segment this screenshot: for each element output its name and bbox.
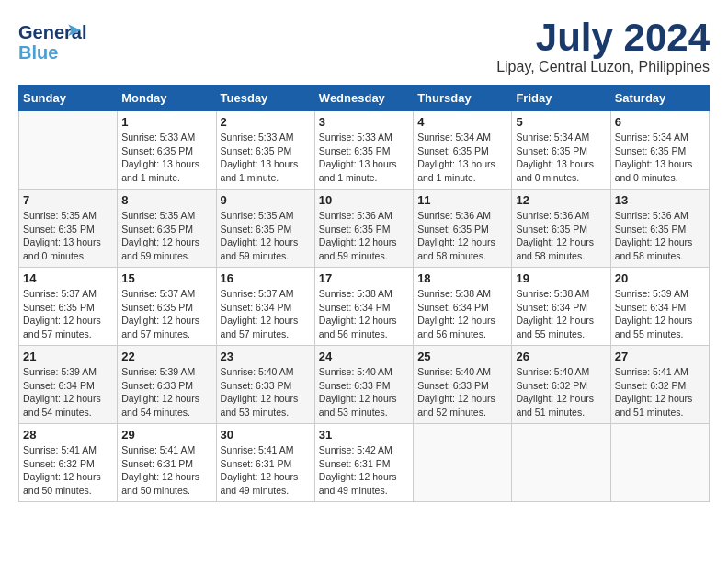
day-number: 12 [516, 193, 606, 207]
day-number: 29 [121, 428, 211, 442]
day-number: 16 [221, 271, 311, 285]
calendar-cell: 9Sunrise: 5:35 AMSunset: 6:35 PMDaylight… [216, 190, 314, 268]
day-info: Sunrise: 5:36 AMSunset: 6:35 PMDaylight:… [319, 209, 409, 263]
day-info: Sunrise: 5:42 AMSunset: 6:31 PMDaylight:… [319, 443, 409, 498]
day-info: Sunrise: 5:35 AMSunset: 6:35 PMDaylight:… [221, 209, 311, 263]
calendar-cell: 19Sunrise: 5:38 AMSunset: 6:34 PMDayligh… [512, 268, 610, 346]
day-info: Sunrise: 5:40 AMSunset: 6:33 PMDaylight:… [221, 365, 311, 419]
day-number: 8 [121, 193, 211, 207]
day-number: 24 [319, 350, 409, 363]
calendar-cell: 23Sunrise: 5:40 AMSunset: 6:33 PMDayligh… [216, 346, 314, 424]
calendar-week-5: 28Sunrise: 5:41 AMSunset: 6:32 PMDayligh… [19, 424, 710, 502]
day-number: 27 [615, 350, 705, 363]
day-number: 22 [121, 350, 211, 363]
day-number: 11 [417, 193, 507, 207]
logo: General Blue ➤ [18, 18, 74, 60]
calendar-cell: 29Sunrise: 5:41 AMSunset: 6:31 PMDayligh… [118, 424, 216, 502]
day-info: Sunrise: 5:33 AMSunset: 6:35 PMDaylight:… [319, 131, 409, 185]
calendar-cell: 5Sunrise: 5:34 AMSunset: 6:35 PMDaylight… [512, 111, 610, 190]
calendar-cell: 25Sunrise: 5:40 AMSunset: 6:33 PMDayligh… [414, 346, 512, 424]
calendar-body: 1Sunrise: 5:33 AMSunset: 6:35 PMDaylight… [19, 111, 710, 502]
calendar-cell: 17Sunrise: 5:38 AMSunset: 6:34 PMDayligh… [314, 268, 413, 346]
day-info: Sunrise: 5:39 AMSunset: 6:34 PMDaylight:… [615, 287, 705, 341]
calendar-cell: 4Sunrise: 5:34 AMSunset: 6:35 PMDaylight… [414, 111, 512, 190]
calendar-cell: 22Sunrise: 5:39 AMSunset: 6:33 PMDayligh… [118, 346, 216, 424]
day-info: Sunrise: 5:36 AMSunset: 6:35 PMDaylight:… [516, 209, 606, 263]
day-info: Sunrise: 5:37 AMSunset: 6:34 PMDaylight:… [221, 287, 311, 341]
calendar-cell [19, 111, 118, 190]
day-number: 13 [615, 193, 705, 207]
calendar-cell: 10Sunrise: 5:36 AMSunset: 6:35 PMDayligh… [314, 190, 413, 268]
calendar-cell: 8Sunrise: 5:35 AMSunset: 6:35 PMDaylight… [118, 190, 216, 268]
calendar-cell: 2Sunrise: 5:33 AMSunset: 6:35 PMDaylight… [216, 111, 314, 190]
calendar-cell [414, 424, 512, 502]
day-number: 26 [516, 350, 606, 363]
day-number: 6 [615, 115, 705, 129]
day-number: 18 [417, 271, 507, 285]
day-number: 30 [221, 428, 311, 442]
day-info: Sunrise: 5:37 AMSunset: 6:35 PMDaylight:… [23, 287, 113, 341]
logo-blue: Blue [18, 42, 58, 63]
weekday-saturday: Saturday [610, 86, 709, 111]
day-info: Sunrise: 5:38 AMSunset: 6:34 PMDaylight:… [516, 287, 606, 341]
day-number: 14 [23, 271, 113, 285]
day-number: 2 [221, 115, 311, 129]
day-number: 9 [221, 193, 311, 207]
day-info: Sunrise: 5:38 AMSunset: 6:34 PMDaylight:… [417, 287, 507, 341]
calendar-cell: 28Sunrise: 5:41 AMSunset: 6:32 PMDayligh… [19, 424, 118, 502]
calendar-cell [512, 424, 610, 502]
calendar-cell: 31Sunrise: 5:42 AMSunset: 6:31 PMDayligh… [314, 424, 413, 502]
weekday-friday: Friday [512, 86, 610, 111]
day-info: Sunrise: 5:41 AMSunset: 6:32 PMDaylight:… [615, 365, 705, 419]
calendar-week-3: 14Sunrise: 5:37 AMSunset: 6:35 PMDayligh… [19, 268, 710, 346]
calendar-cell: 12Sunrise: 5:36 AMSunset: 6:35 PMDayligh… [512, 190, 610, 268]
calendar-cell: 24Sunrise: 5:40 AMSunset: 6:33 PMDayligh… [314, 346, 413, 424]
weekday-wednesday: Wednesday [314, 86, 413, 111]
page-header: General Blue ➤ July 2024 Lipay, Central … [18, 18, 710, 75]
day-info: Sunrise: 5:41 AMSunset: 6:31 PMDaylight:… [121, 443, 211, 498]
day-info: Sunrise: 5:34 AMSunset: 6:35 PMDaylight:… [417, 131, 507, 185]
day-number: 20 [615, 271, 705, 285]
calendar-cell: 16Sunrise: 5:37 AMSunset: 6:34 PMDayligh… [216, 268, 314, 346]
day-number: 5 [516, 115, 606, 129]
calendar-cell: 21Sunrise: 5:39 AMSunset: 6:34 PMDayligh… [19, 346, 118, 424]
day-info: Sunrise: 5:38 AMSunset: 6:34 PMDaylight:… [319, 287, 409, 341]
day-info: Sunrise: 5:33 AMSunset: 6:35 PMDaylight:… [221, 131, 311, 185]
calendar-cell: 30Sunrise: 5:41 AMSunset: 6:31 PMDayligh… [216, 424, 314, 502]
location-subtitle: Lipay, Central Luzon, Philippines [496, 59, 710, 75]
weekday-header-row: SundayMondayTuesdayWednesdayThursdayFrid… [19, 86, 710, 111]
calendar-cell: 6Sunrise: 5:34 AMSunset: 6:35 PMDaylight… [610, 111, 709, 190]
day-number: 15 [121, 271, 211, 285]
day-info: Sunrise: 5:35 AMSunset: 6:35 PMDaylight:… [121, 209, 211, 263]
day-number: 3 [319, 115, 409, 129]
day-info: Sunrise: 5:39 AMSunset: 6:33 PMDaylight:… [121, 365, 211, 419]
day-info: Sunrise: 5:40 AMSunset: 6:33 PMDaylight:… [319, 365, 409, 419]
calendar-cell: 13Sunrise: 5:36 AMSunset: 6:35 PMDayligh… [610, 190, 709, 268]
day-number: 7 [23, 193, 113, 207]
calendar-week-2: 7Sunrise: 5:35 AMSunset: 6:35 PMDaylight… [19, 190, 710, 268]
day-number: 17 [319, 271, 409, 285]
calendar-cell: 14Sunrise: 5:37 AMSunset: 6:35 PMDayligh… [19, 268, 118, 346]
calendar-cell: 7Sunrise: 5:35 AMSunset: 6:35 PMDaylight… [19, 190, 118, 268]
day-info: Sunrise: 5:39 AMSunset: 6:34 PMDaylight:… [23, 365, 113, 419]
calendar-cell: 15Sunrise: 5:37 AMSunset: 6:35 PMDayligh… [118, 268, 216, 346]
title-section: July 2024 Lipay, Central Luzon, Philippi… [496, 18, 710, 75]
day-info: Sunrise: 5:41 AMSunset: 6:32 PMDaylight:… [23, 443, 113, 498]
calendar-cell [610, 424, 709, 502]
day-info: Sunrise: 5:40 AMSunset: 6:32 PMDaylight:… [516, 365, 606, 419]
day-info: Sunrise: 5:34 AMSunset: 6:35 PMDaylight:… [516, 131, 606, 185]
month-year-title: July 2024 [496, 18, 710, 57]
day-info: Sunrise: 5:41 AMSunset: 6:31 PMDaylight:… [221, 443, 311, 498]
calendar-cell: 3Sunrise: 5:33 AMSunset: 6:35 PMDaylight… [314, 111, 413, 190]
day-info: Sunrise: 5:36 AMSunset: 6:35 PMDaylight:… [615, 209, 705, 263]
calendar-cell: 1Sunrise: 5:33 AMSunset: 6:35 PMDaylight… [118, 111, 216, 190]
day-info: Sunrise: 5:36 AMSunset: 6:35 PMDaylight:… [417, 209, 507, 263]
calendar-cell: 27Sunrise: 5:41 AMSunset: 6:32 PMDayligh… [610, 346, 709, 424]
day-info: Sunrise: 5:33 AMSunset: 6:35 PMDaylight:… [121, 131, 211, 185]
weekday-thursday: Thursday [414, 86, 512, 111]
calendar-week-4: 21Sunrise: 5:39 AMSunset: 6:34 PMDayligh… [19, 346, 710, 424]
day-number: 25 [417, 350, 507, 363]
day-info: Sunrise: 5:40 AMSunset: 6:33 PMDaylight:… [417, 365, 507, 419]
day-number: 23 [221, 350, 311, 363]
calendar-table: SundayMondayTuesdayWednesdayThursdayFrid… [18, 85, 710, 502]
